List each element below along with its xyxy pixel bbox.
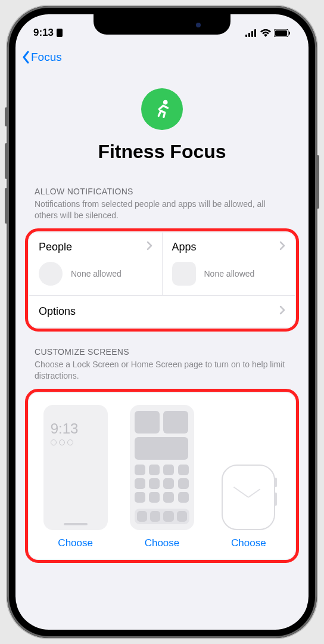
screens-header: CUSTOMIZE SCREENS Choose a Lock Screen o… — [15, 347, 309, 385]
battery-icon — [274, 29, 291, 37]
options-label: Options — [39, 305, 76, 318]
svg-rect-3 — [251, 31, 253, 37]
home-preview-icons — [135, 465, 189, 503]
people-cell[interactable]: People None allowed — [29, 233, 162, 295]
options-row[interactable]: Options — [29, 296, 295, 327]
screens-highlight: 9:13 Choose — [25, 389, 299, 563]
apps-placeholder-icon — [172, 262, 196, 286]
home-preview-dock — [135, 509, 189, 524]
home-screen-option: Choose — [120, 405, 203, 549]
people-avatar-placeholder — [39, 262, 63, 286]
nav-bar: Focus — [15, 44, 309, 70]
svg-rect-1 — [245, 35, 247, 37]
home-screen-preview[interactable] — [130, 405, 194, 530]
running-figure-icon — [151, 98, 173, 120]
screens-card: 9:13 Choose — [29, 393, 295, 559]
screens-title: CUSTOMIZE SCREENS — [35, 347, 289, 357]
chevron-right-icon — [279, 305, 285, 318]
page-title: Fitness Focus — [15, 141, 309, 163]
back-label: Focus — [31, 51, 62, 64]
notifications-header: ALLOW NOTIFICATIONS Notifications from s… — [15, 187, 309, 225]
signal-icon — [245, 29, 257, 37]
people-status: None allowed — [71, 269, 122, 278]
notifications-card: People None allowed Apps — [29, 233, 295, 327]
svg-rect-2 — [248, 33, 250, 37]
notifications-highlight: People None allowed Apps — [25, 228, 299, 332]
apps-label: Apps — [172, 241, 197, 253]
lock-preview-widgets — [51, 439, 101, 445]
notifications-desc: Notifications from selected people and a… — [35, 199, 289, 221]
wifi-icon — [260, 29, 271, 37]
svg-rect-7 — [289, 32, 290, 35]
focus-icon — [141, 88, 183, 130]
svg-rect-6 — [275, 30, 287, 36]
screens-desc: Choose a Lock Screen or Home Screen page… — [35, 359, 289, 382]
svg-rect-0 — [57, 29, 63, 37]
lock-preview-time: 9:13 — [51, 422, 101, 436]
svg-point-8 — [163, 100, 168, 105]
people-label: People — [39, 241, 72, 253]
chevron-left-icon — [21, 51, 30, 64]
choose-lock-screen-button[interactable]: Choose — [58, 537, 93, 549]
status-time: 9:13 — [33, 27, 54, 39]
svg-rect-4 — [254, 29, 256, 37]
lock-screen-preview[interactable]: 9:13 — [43, 405, 108, 530]
watch-face-preview[interactable] — [222, 465, 275, 530]
home-indicator — [64, 523, 88, 525]
portrait-lock-icon — [56, 28, 63, 38]
choose-home-screen-button[interactable]: Choose — [145, 537, 180, 549]
chevron-right-icon — [147, 241, 152, 253]
notifications-title: ALLOW NOTIFICATIONS — [35, 187, 289, 196]
hero: Fitness Focus — [15, 70, 309, 187]
choose-watch-face-button[interactable]: Choose — [231, 537, 266, 549]
watch-face-option: Choose — [207, 405, 290, 549]
apps-cell[interactable]: Apps None allowed — [162, 233, 295, 295]
back-button[interactable]: Focus — [21, 51, 62, 64]
chevron-right-icon — [279, 241, 285, 253]
apps-status: None allowed — [204, 269, 255, 278]
lock-screen-option: 9:13 Choose — [34, 405, 117, 549]
